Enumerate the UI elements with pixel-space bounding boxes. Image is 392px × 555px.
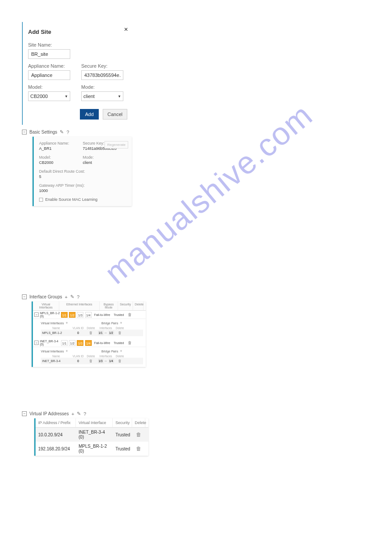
add-icon[interactable]: + xyxy=(120,321,122,325)
trash-icon[interactable]: 🗑 xyxy=(126,341,134,345)
port-tag[interactable]: 1/4 xyxy=(85,312,92,318)
appliance-name-label: Appliance Name: xyxy=(28,63,74,69)
mode-label: Mode: xyxy=(83,155,127,160)
mac-learning-checkbox[interactable] xyxy=(39,198,43,202)
port-tag[interactable]: 1/3 xyxy=(77,312,83,318)
cancel-button[interactable]: Cancel xyxy=(103,109,127,120)
subcol-delete: Delete xyxy=(85,326,97,330)
vip-security: Trusted xyxy=(113,430,132,439)
interface-group-detail: Virtual Interfaces + Bridge Pairs + Name… xyxy=(33,347,146,367)
subcol-name: Name xyxy=(41,355,72,358)
edit-icon[interactable]: ✎ xyxy=(60,129,64,135)
port-tag[interactable]: 1/1 xyxy=(61,312,68,318)
model-label: Model: xyxy=(39,155,83,160)
col-virtual-interface: Virtual Interface xyxy=(76,418,113,427)
subcol-interfaces: Interfaces xyxy=(97,326,115,330)
subcol-name: Name xyxy=(41,326,72,330)
trash-icon[interactable]: 🗑 xyxy=(126,312,134,317)
add-icon[interactable]: + xyxy=(65,321,68,325)
trash-icon[interactable]: 🗑 xyxy=(115,331,125,335)
default-cost-label: Default Direct Route Cost: xyxy=(39,169,126,174)
subcol-delete: Delete xyxy=(85,355,97,358)
help-icon[interactable]: ? xyxy=(77,294,79,300)
bp-subtitle: Bridge Pairs xyxy=(101,322,118,325)
add-button[interactable]: Add xyxy=(80,109,99,120)
trash-icon[interactable]: 🗑 xyxy=(132,443,145,454)
model-select[interactable]: CB2000 ▼ xyxy=(28,91,70,101)
mode-select[interactable]: client ▼ xyxy=(81,91,123,101)
subcol-vlan: VLAN ID xyxy=(72,355,85,358)
col-security: Security xyxy=(113,418,132,427)
subcol-interfaces: Interfaces xyxy=(97,355,115,358)
site-name-input[interactable] xyxy=(28,49,70,59)
model-value: CB2000 xyxy=(39,160,83,165)
collapse-icon[interactable]: − xyxy=(22,130,27,134)
vip-row: 192.168.20.9/24 MPLS_BR-1-2 (0) Trusted … xyxy=(36,442,148,456)
appliance-name-input[interactable] xyxy=(28,70,70,80)
regenerate-button[interactable]: Regenerate xyxy=(104,141,128,149)
dialog-title: Add Site xyxy=(28,29,127,35)
virtual-ip-panel: IP Address / Prefix Virtual Interface Se… xyxy=(34,418,148,456)
collapse-icon[interactable]: − xyxy=(22,294,27,299)
model-label: Model: xyxy=(28,84,74,90)
port-tag[interactable]: 1/2 xyxy=(69,312,76,318)
security-value: Trusted xyxy=(112,341,126,345)
collapse-icon[interactable]: − xyxy=(34,341,39,345)
add-icon[interactable]: + xyxy=(65,294,67,300)
bridge-arrow-icon: ↔ xyxy=(104,331,108,334)
site-name-label: Site Name: xyxy=(28,42,127,47)
port-tag[interactable]: 1/3 xyxy=(77,340,83,346)
collapse-icon[interactable]: − xyxy=(22,411,27,416)
default-cost-value: 5 xyxy=(39,174,126,179)
interface-group-row: − INET_BR-3-4 (0) 1/1 1/2 1/3 1/4 Fail-t… xyxy=(33,339,146,347)
secure-key-input[interactable] xyxy=(81,70,123,80)
close-icon[interactable]: ✕ xyxy=(124,26,128,33)
trash-icon[interactable]: 🗑 xyxy=(115,359,125,363)
add-icon[interactable]: + xyxy=(65,349,68,353)
help-icon[interactable]: ? xyxy=(66,130,69,135)
collapse-icon[interactable]: − xyxy=(34,312,39,317)
trash-icon[interactable]: 🗑 xyxy=(85,359,97,363)
section-title: Basic Settings xyxy=(29,130,57,134)
port-tag[interactable]: 1/2 xyxy=(69,340,76,346)
basic-settings-panel: Regenerate Appliance Name: A_BR1 Secure … xyxy=(32,137,132,206)
bp-subtitle: Bridge Pairs xyxy=(101,350,118,353)
add-icon[interactable]: + xyxy=(120,349,122,353)
col-ip-address: IP Address / Prefix xyxy=(36,418,76,427)
arp-timer-value: 1000 xyxy=(39,189,126,193)
bridge-port-b: 1/4 xyxy=(108,359,114,363)
col-delete: Delete xyxy=(133,301,144,310)
vi-vlan: 0 xyxy=(72,359,85,363)
port-tag[interactable]: 1/4 xyxy=(85,340,92,346)
vi-subtitle: Virtual Interfaces xyxy=(41,322,64,325)
mode-value: client xyxy=(83,94,95,99)
vip-interface: INET_BR-3-4 (0) xyxy=(76,428,113,442)
trash-icon[interactable]: 🗑 xyxy=(85,331,97,335)
bypass-mode-value: Fail-to-Wire xyxy=(92,313,112,316)
add-icon[interactable]: + xyxy=(72,411,74,417)
bridge-arrow-icon: ↔ xyxy=(104,359,108,363)
edit-icon[interactable]: ✎ xyxy=(70,294,74,300)
basic-settings-header: − Basic Settings ✎ ? xyxy=(22,129,370,135)
col-ethernet-interfaces: Ethernet Interfaces xyxy=(59,301,100,310)
trash-icon[interactable]: 🗑 xyxy=(132,429,145,440)
vip-interface: MPLS_BR-1-2 (0) xyxy=(76,442,113,456)
appliance-name-label: Appliance Name: xyxy=(39,141,83,145)
col-security: Security xyxy=(118,301,133,310)
appliance-name-value: A_BR1 xyxy=(39,146,83,151)
col-virtual-interfaces: Virtual Interfaces xyxy=(33,301,59,310)
vip-ip: 10.0.20.9/24 xyxy=(36,430,76,439)
bridge-port-a: 1/3 xyxy=(98,359,104,363)
vi-subtitle: Virtual Interfaces xyxy=(41,350,64,353)
security-value: Trusted xyxy=(112,313,126,316)
interface-groups-header: − Interface Groups + ✎ ? xyxy=(22,294,370,300)
interface-group-detail: Virtual Interfaces + Bridge Pairs + Name… xyxy=(33,319,146,339)
edit-icon[interactable]: ✎ xyxy=(77,411,81,417)
vi-name: MPLS_BR-1-2 xyxy=(41,331,72,334)
section-title: Virtual IP Addresses xyxy=(29,411,69,416)
port-tag[interactable]: 1/1 xyxy=(61,340,68,346)
chevron-down-icon: ▼ xyxy=(118,94,121,98)
vi-vlan: 0 xyxy=(72,331,85,334)
help-icon[interactable]: ? xyxy=(83,411,86,417)
subcol-vlan: VLAN ID xyxy=(72,326,85,330)
